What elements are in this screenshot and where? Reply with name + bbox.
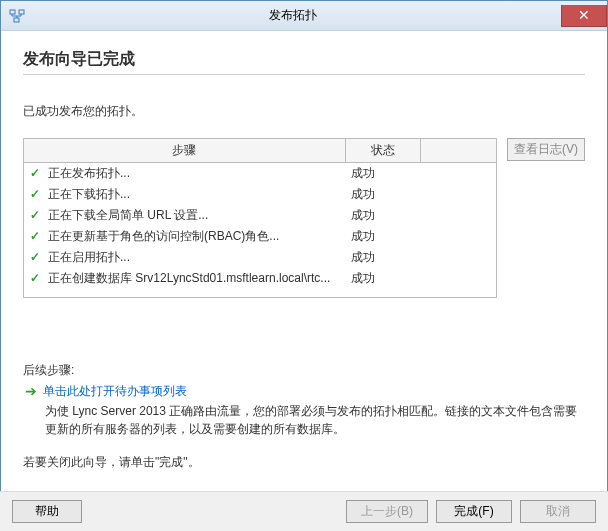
check-icon: ✓: [30, 271, 42, 285]
step-text: 正在创建数据库 Srv12LyncStd01.msftlearn.local\r…: [48, 271, 330, 285]
cancel-button[interactable]: 取消: [520, 500, 596, 523]
status-text: 成功: [345, 268, 421, 289]
window-title: 发布拓扑: [25, 7, 561, 24]
help-button[interactable]: 帮助: [12, 500, 82, 523]
check-icon: ✓: [30, 187, 42, 201]
svg-rect-2: [14, 18, 19, 22]
table-row[interactable]: ✓正在更新基于角色的访问控制(RBAC)角色... 成功: [24, 226, 497, 247]
close-icon: ✕: [578, 7, 590, 23]
check-icon: ✓: [30, 229, 42, 243]
back-button[interactable]: 上一步(B): [346, 500, 428, 523]
close-hint: 若要关闭此向导，请单击"完成"。: [23, 454, 585, 471]
app-icon: [9, 8, 25, 24]
arrow-right-icon: ➔: [25, 383, 37, 399]
status-text: 成功: [345, 163, 421, 185]
status-text: 成功: [345, 184, 421, 205]
step-text: 正在发布拓扑...: [48, 166, 130, 180]
step-text: 正在下载全局简单 URL 设置...: [48, 208, 208, 222]
table-row[interactable]: ✓正在发布拓扑... 成功: [24, 163, 497, 185]
page-title: 发布向导已完成: [23, 49, 585, 70]
step-text: 正在启用拓扑...: [48, 250, 130, 264]
todo-list-link[interactable]: 单击此处打开待办事项列表: [43, 383, 187, 400]
col-header-status[interactable]: 状态: [345, 139, 421, 163]
check-icon: ✓: [30, 250, 42, 264]
divider: [23, 74, 585, 75]
col-header-blank: [421, 139, 497, 163]
next-steps-label: 后续步骤:: [23, 362, 585, 379]
svg-rect-0: [10, 10, 15, 14]
button-bar: 帮助 上一步(B) 完成(F) 取消: [0, 491, 608, 531]
status-text: 成功: [345, 247, 421, 268]
content-area: 发布向导已完成 已成功发布您的拓扑。 步骤 状态 ✓正在发布拓扑... 成功 ✓…: [1, 31, 607, 481]
table-row[interactable]: ✓正在下载拓扑... 成功: [24, 184, 497, 205]
table-row[interactable]: ✓正在创建数据库 Srv12LyncStd01.msftlearn.local\…: [24, 268, 497, 289]
finish-button[interactable]: 完成(F): [436, 500, 512, 523]
step-text: 正在下载拓扑...: [48, 187, 130, 201]
status-text: 成功: [345, 205, 421, 226]
svg-rect-1: [19, 10, 24, 14]
table-row[interactable]: ✓正在启用拓扑... 成功: [24, 247, 497, 268]
check-icon: ✓: [30, 166, 42, 180]
next-steps-desc: 为使 Lync Server 2013 正确路由流量，您的部署必须与发布的拓扑相…: [45, 402, 585, 438]
close-button[interactable]: ✕: [561, 5, 607, 27]
view-log-button[interactable]: 查看日志(V): [507, 138, 585, 161]
success-message: 已成功发布您的拓扑。: [23, 103, 585, 120]
steps-table: 步骤 状态 ✓正在发布拓扑... 成功 ✓正在下载拓扑... 成功 ✓正在下载: [23, 138, 497, 298]
status-text: 成功: [345, 226, 421, 247]
check-icon: ✓: [30, 208, 42, 222]
col-header-step[interactable]: 步骤: [24, 139, 346, 163]
table-row[interactable]: ✓正在下载全局简单 URL 设置... 成功: [24, 205, 497, 226]
step-text: 正在更新基于角色的访问控制(RBAC)角色...: [48, 229, 279, 243]
title-bar: 发布拓扑 ✕: [1, 1, 607, 31]
